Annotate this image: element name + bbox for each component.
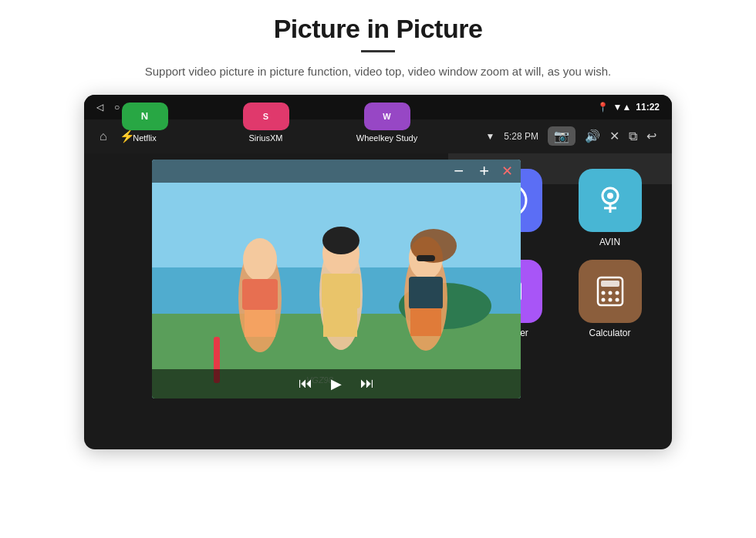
nav-bar-right: ▼ 5:28 PM 📷 🔊 ✕ ⧉ ↩ [485, 126, 656, 146]
netflix-icon: N [122, 103, 168, 130]
svg-point-40 [608, 298, 612, 301]
svg-rect-12 [322, 274, 360, 308]
pip-controls-top: − + [454, 161, 489, 181]
pip-header: − + ✕ [152, 160, 521, 183]
svg-rect-14 [340, 308, 357, 337]
avin-icon [579, 169, 642, 232]
svg-rect-18 [417, 255, 435, 261]
svg-rect-7 [245, 310, 260, 337]
svg-rect-19 [409, 277, 443, 309]
svg-point-11 [322, 227, 359, 254]
video-svg: VGZ98 [152, 160, 521, 398]
svg-rect-8 [260, 310, 275, 337]
app-item-siriusxm[interactable]: S SiriusXM [205, 103, 326, 143]
calculator-icon [579, 260, 642, 323]
page-title: Picture in Picture [274, 14, 483, 44]
pip-minus-btn[interactable]: − [454, 161, 464, 181]
calc-svg [592, 273, 629, 310]
calculator-label: Calculator [589, 328, 630, 338]
next-button[interactable]: ⏭ [360, 375, 374, 392]
svg-rect-13 [323, 308, 340, 337]
pip-video[interactable]: 📷 − + ✕ [152, 160, 521, 398]
pip-plus-btn[interactable]: + [479, 161, 489, 181]
wheelkey-label: Wheelkey Study [356, 133, 417, 143]
siriusxm-label: SiriusXM [248, 133, 282, 143]
title-divider [361, 50, 395, 52]
page-subtitle: Support video picture in picture functio… [145, 63, 611, 81]
wifi-nav-icon: ▼ [485, 131, 494, 142]
svg-rect-6 [242, 279, 278, 310]
app-item-calculator[interactable]: Calculator [560, 260, 660, 338]
wifi-icon: ▼▲ [613, 102, 632, 113]
svg-rect-21 [426, 308, 441, 336]
back-icon[interactable]: ↩ [646, 129, 656, 143]
close-nav-icon[interactable]: ✕ [609, 129, 619, 143]
wheelkey-icon: W [364, 103, 410, 130]
nav-time: 5:28 PM [504, 131, 538, 142]
app-item-wheelkey[interactable]: W Wheelkey Study [326, 103, 447, 143]
play-button[interactable]: ▶ [331, 375, 342, 392]
status-time: 11:22 [636, 102, 660, 113]
svg-point-36 [601, 291, 605, 294]
svg-rect-20 [410, 308, 426, 336]
page-wrapper: Picture in Picture Support video picture… [0, 0, 756, 538]
prev-button[interactable]: ⏮ [299, 375, 312, 392]
volume-icon[interactable]: 🔊 [585, 129, 600, 143]
pip-nav-icon[interactable]: ⧉ [629, 129, 637, 143]
svg-point-39 [601, 298, 605, 301]
status-bar-right: 📍 ▼▲ 11:22 [597, 102, 660, 113]
avin-svg [592, 182, 629, 219]
svg-point-37 [608, 291, 612, 294]
svg-point-41 [615, 298, 619, 301]
svg-point-38 [615, 291, 619, 294]
video-scene: VGZ98 [152, 160, 521, 398]
svg-rect-35 [601, 281, 619, 287]
netflix-label: Netflix [133, 133, 157, 143]
svg-point-28 [607, 193, 613, 199]
app-item-avin[interactable]: AVIN [560, 169, 660, 247]
app-item-netflix[interactable]: N Netflix [84, 103, 205, 143]
pip-bottom-controls: ⏮ ▶ ⏭ [152, 369, 521, 398]
bottom-apps: N Netflix S SiriusXM W Wheelkey Study [84, 95, 448, 153]
device-frame: ◁ ○ □ ▪ 📍 ▼▲ 11:22 ⌂ ⚡ ▼ 5:28 PM 📷 🔊 [84, 95, 672, 449]
camera-button[interactable]: 📷 [548, 126, 575, 146]
siriusxm-icon: S [243, 103, 289, 130]
avin-label: AVIN [599, 237, 620, 247]
pip-close-btn[interactable]: ✕ [501, 163, 513, 180]
location-icon: 📍 [597, 102, 609, 113]
svg-point-5 [243, 238, 277, 281]
